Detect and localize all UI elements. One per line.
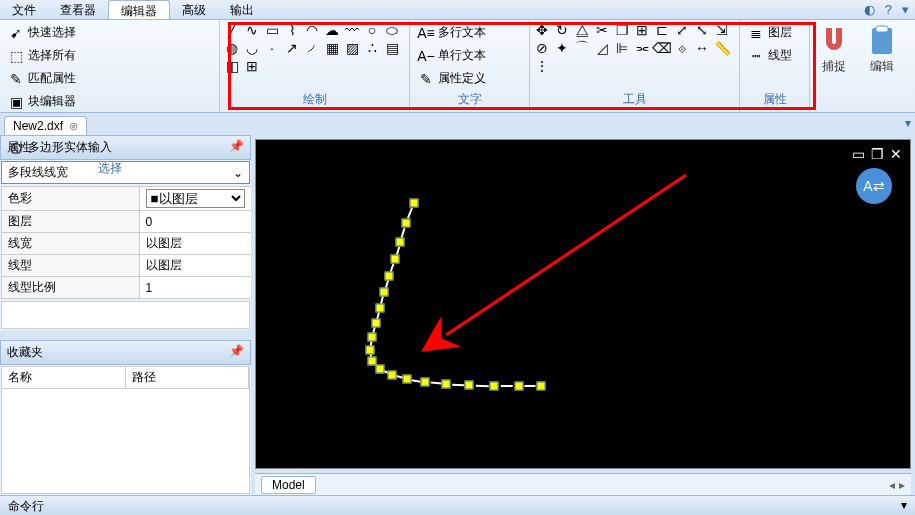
layers-button[interactable]: ≣图层: [744, 22, 796, 43]
tab-next-icon[interactable]: ▸: [899, 478, 905, 492]
prop-value[interactable]: 以图层: [139, 233, 252, 255]
arc-tool[interactable]: ◠: [304, 22, 320, 38]
command-line[interactable]: 命令行 ▾: [0, 495, 915, 515]
polyline-segment[interactable]: [430, 382, 441, 385]
polyline-grip[interactable]: [410, 199, 419, 208]
file-tab[interactable]: New2.dxf ⊗: [4, 116, 87, 135]
pin-icon[interactable]: 📌: [229, 344, 244, 361]
donut-tool[interactable]: ◍: [224, 40, 240, 56]
minimize-ribbon-icon[interactable]: ▾: [902, 2, 909, 17]
prop-value-color[interactable]: ■以图层: [139, 187, 252, 211]
ellipse-tool[interactable]: ⬭: [384, 22, 400, 38]
tab-dropdown-icon[interactable]: ▾: [905, 116, 911, 130]
lengthen-tool[interactable]: ↔: [694, 40, 710, 56]
polyline-grip[interactable]: [376, 304, 385, 313]
prop-value[interactable]: 以图层: [139, 255, 252, 277]
trim-tool[interactable]: ✂: [594, 22, 610, 38]
xline-tool[interactable]: ⟋: [304, 40, 320, 56]
polyline-grip[interactable]: [396, 238, 405, 247]
polyline-grip[interactable]: [368, 333, 377, 342]
menu-file[interactable]: 文件: [0, 0, 48, 19]
cloud-tool[interactable]: ☁: [324, 22, 340, 38]
polyline-grip[interactable]: [391, 255, 400, 264]
translate-button[interactable]: A⇄: [856, 168, 892, 204]
line-tool[interactable]: ╱: [224, 22, 240, 38]
stretch-tool[interactable]: ⇲: [714, 22, 730, 38]
break-tool[interactable]: ⊘: [534, 40, 550, 56]
rect-tool[interactable]: ▭: [264, 22, 280, 38]
polyline-tool[interactable]: ∿: [244, 22, 260, 38]
region-tool[interactable]: ▦: [324, 40, 340, 56]
ellipse-arc-tool[interactable]: ◡: [244, 40, 260, 56]
help-icon[interactable]: ?: [885, 2, 892, 17]
polyline-grip[interactable]: [372, 319, 381, 328]
polyline-grip[interactable]: [465, 381, 474, 390]
rotate-tool[interactable]: ↻: [554, 22, 570, 38]
polyline-grip[interactable]: [537, 382, 546, 391]
block-editor-button[interactable]: ▣块编辑器: [4, 91, 116, 112]
polyline-grip[interactable]: [421, 378, 430, 387]
maximize-icon[interactable]: ❐: [871, 146, 884, 162]
copy-tool[interactable]: ❐: [614, 22, 630, 38]
select-all-button[interactable]: ⬚选择所有: [4, 45, 116, 66]
polyline-segment[interactable]: [401, 227, 406, 237]
join-tool[interactable]: ⫘: [634, 40, 650, 56]
polyline-grip[interactable]: [442, 380, 451, 389]
polyline-segment[interactable]: [411, 379, 420, 382]
polyline-grip[interactable]: [515, 382, 524, 391]
menu-advanced[interactable]: 高级: [170, 0, 218, 19]
tab-prev-icon[interactable]: ◂: [889, 478, 895, 492]
multi-point-tool[interactable]: ∴: [364, 40, 380, 56]
polyline-segment[interactable]: [500, 385, 513, 387]
style-icon[interactable]: ◐: [864, 2, 875, 17]
close-tab-icon[interactable]: ⊗: [69, 120, 78, 133]
polyline-grip[interactable]: [490, 382, 499, 391]
drawing-canvas[interactable]: ▭ ❐ ✕ A⇄: [255, 139, 911, 469]
prop-value[interactable]: 0: [139, 211, 252, 233]
extend-tool[interactable]: ⤢: [674, 22, 690, 38]
polygon-input-button[interactable]: ⬠多边形实体输入: [4, 137, 116, 158]
text-button[interactable]: A−单行文本: [414, 45, 490, 66]
polyline-grip[interactable]: [402, 219, 411, 228]
polyline-grip[interactable]: [385, 272, 394, 281]
wipeout-tool[interactable]: ◧: [224, 58, 240, 74]
hatch-tool[interactable]: ▨: [344, 40, 360, 56]
snap-button[interactable]: 捕捉: [810, 20, 858, 112]
edit-button[interactable]: 编辑: [858, 20, 906, 112]
edit-poly-tool[interactable]: ⟐: [674, 40, 690, 56]
scale-tool[interactable]: ⤡: [694, 22, 710, 38]
mtext-button[interactable]: A≡多行文本: [414, 22, 490, 43]
offset-tool[interactable]: ⊏: [654, 22, 670, 38]
fillet-tool[interactable]: ⌒: [574, 40, 590, 56]
model-tab[interactable]: Model: [261, 476, 316, 494]
polyline-segment[interactable]: [407, 208, 413, 219]
polyline-segment[interactable]: [452, 383, 464, 385]
chamfer-tool[interactable]: ◿: [594, 40, 610, 56]
spline-tool[interactable]: ⌇: [284, 22, 300, 38]
col-name[interactable]: 名称: [2, 367, 126, 388]
explode-tool[interactable]: ✦: [554, 40, 570, 56]
curve-tool[interactable]: 〰: [344, 22, 360, 38]
ray-tool[interactable]: ↗: [284, 40, 300, 56]
pin-icon[interactable]: 📌: [229, 139, 244, 156]
boundary-tool[interactable]: ▤: [384, 40, 400, 56]
quick-select-button[interactable]: ➹快速选择: [4, 22, 116, 43]
menu-viewer[interactable]: 查看器: [48, 0, 108, 19]
measure-tool[interactable]: 📏: [714, 40, 730, 56]
polyline-segment[interactable]: [475, 384, 488, 386]
polyline-grip[interactable]: [388, 371, 397, 380]
linetype-button[interactable]: ┉线型: [744, 45, 796, 66]
array-tool[interactable]: ⊞: [634, 22, 650, 38]
erase-tool[interactable]: ⌫: [654, 40, 670, 56]
col-path[interactable]: 路径: [126, 367, 250, 388]
table-tool[interactable]: ⊞: [244, 58, 260, 74]
point-tool[interactable]: ·: [264, 40, 280, 56]
attdef-button[interactable]: ✎属性定义: [414, 68, 490, 89]
circle-tool[interactable]: ○: [364, 22, 380, 38]
menu-editor[interactable]: 编辑器: [108, 0, 170, 19]
polyline-segment[interactable]: [525, 385, 536, 387]
divide-tool[interactable]: ⋮: [534, 58, 550, 74]
minimize-icon[interactable]: ▭: [852, 146, 865, 162]
close-view-icon[interactable]: ✕: [890, 146, 902, 162]
polyline-grip[interactable]: [376, 365, 385, 374]
